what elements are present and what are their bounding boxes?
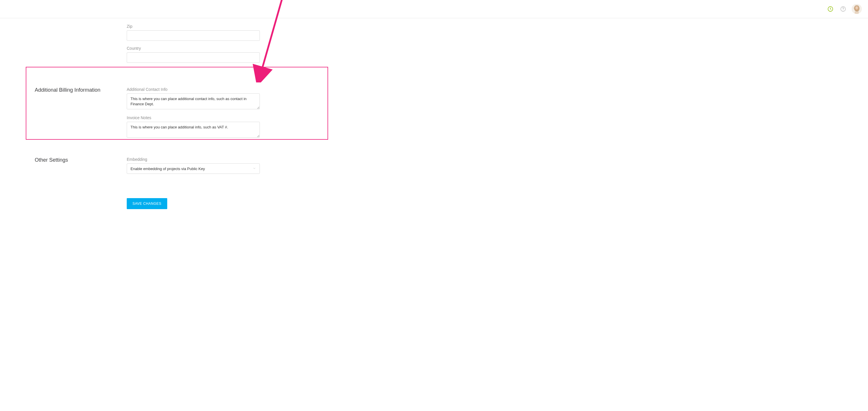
contact-label: Additional Contact Info (127, 87, 260, 92)
embedding-field-block: Embedding Enable embedding of projects v… (127, 157, 260, 174)
chevron-down-icon (253, 167, 256, 171)
actions-row: SAVE CHANGES (0, 198, 868, 209)
embedding-label: Embedding (127, 157, 260, 162)
other-settings-section: Other Settings Embedding Enable embeddin… (0, 157, 868, 179)
zip-label: Zip (127, 24, 260, 29)
billing-section-title: Additional Billing Information (35, 87, 127, 93)
address-section: Zip Country (0, 24, 868, 68)
country-field-block: Country (127, 46, 260, 63)
embedding-select[interactable]: Enable embedding of projects via Public … (127, 163, 260, 174)
save-button[interactable]: SAVE CHANGES (127, 198, 167, 209)
page-content: Zip Country Additional Billing Informati… (0, 18, 868, 238)
country-input[interactable] (127, 52, 260, 63)
billing-section: Additional Billing Information Additiona… (0, 87, 868, 144)
topbar (0, 0, 868, 18)
country-label: Country (127, 46, 260, 51)
embedding-selected-value: Enable embedding of projects via Public … (130, 167, 205, 171)
help-icon[interactable] (839, 5, 847, 13)
contact-textarea[interactable] (127, 93, 260, 109)
notes-textarea[interactable] (127, 122, 260, 138)
contact-field-block: Additional Contact Info (127, 87, 260, 110)
zip-input[interactable] (127, 30, 260, 41)
svg-point-2 (843, 10, 843, 10)
svg-point-5 (855, 6, 859, 10)
notes-label: Invoice Notes (127, 116, 260, 120)
other-settings-title: Other Settings (35, 157, 127, 163)
svg-rect-6 (855, 11, 859, 14)
avatar[interactable] (852, 4, 862, 14)
clock-icon[interactable] (826, 5, 834, 13)
notes-field-block: Invoice Notes (127, 116, 260, 138)
zip-field-block: Zip (127, 24, 260, 41)
